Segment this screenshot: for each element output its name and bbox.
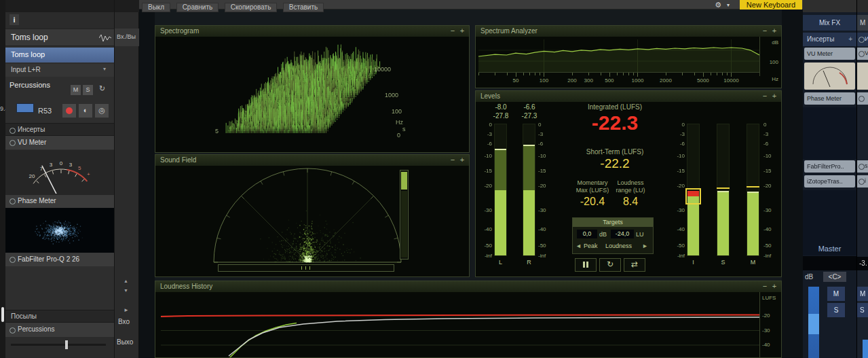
send-level-track[interactable] <box>11 344 106 346</box>
monitor-button[interactable]: ◐ <box>79 104 92 118</box>
mute-button[interactable]: M <box>71 85 81 95</box>
track-color-swatch[interactable] <box>16 103 34 113</box>
cycle-icon[interactable]: ↻ <box>99 84 105 93</box>
pan-control[interactable]: <C> <box>823 272 846 282</box>
gear-icon[interactable]: ⚙ <box>715 1 721 10</box>
spectrum-panel: 5010020030050010002000500010000 dB 100 H… <box>475 25 782 88</box>
targets-next-arrow[interactable]: ► <box>642 243 648 249</box>
solo-button[interactable]: S <box>83 85 93 95</box>
record-enable-button[interactable] <box>62 104 76 118</box>
panel-minimize-button[interactable]: − <box>761 281 769 291</box>
rack-solo-button[interactable]: S <box>827 303 845 317</box>
power-icon[interactable] <box>858 164 865 170</box>
bypass-button[interactable]: Выкл <box>142 3 170 12</box>
targets-loudness-tab[interactable]: Loudness <box>605 243 632 249</box>
scroll-button[interactable]: ⇄ <box>624 258 645 272</box>
rack-slot-izotope[interactable]: iZotopeTras.. <box>804 175 855 187</box>
add-insert-icon[interactable]: + <box>848 35 852 43</box>
panel-header[interactable]: Spectrogram <box>155 26 469 37</box>
collapse-down-icon[interactable]: ▼ <box>124 288 128 293</box>
soundfield-panel: Sound Field − + <box>155 154 470 277</box>
track-title-row[interactable]: Toms loop <box>5 29 114 46</box>
freq-tick <box>633 73 634 75</box>
power-icon[interactable] <box>10 257 16 263</box>
power-icon[interactable] <box>10 140 16 146</box>
panel-add-button[interactable]: + <box>770 26 778 36</box>
power-icon[interactable] <box>10 128 16 134</box>
new-keyboard-button[interactable]: New Keyboard <box>740 0 802 10</box>
paste-button[interactable]: Вставить <box>283 3 324 12</box>
balance-bar <box>218 264 394 272</box>
vu-meter-display: 2073035+ <box>5 150 114 195</box>
toolbar-caret-icon[interactable]: ▾ <box>727 2 730 8</box>
strip-inserts-fragment[interactable]: И <box>857 33 868 46</box>
input-routing-row[interactable]: Input L+R ▾ <box>5 64 114 77</box>
insert-slot-fabfilter[interactable]: FabFilter Pro-Q 2 26 <box>5 253 114 266</box>
panel-header[interactable]: Spectrum Analyzer <box>476 26 781 37</box>
insert-slot-vu[interactable]: VU Meter <box>5 136 114 149</box>
stereo-button[interactable]: ◎ <box>95 104 109 118</box>
panel-add-button[interactable]: + <box>770 91 778 101</box>
expand-right-icon[interactable]: ► <box>124 307 129 313</box>
inserts-section-header[interactable]: Инсерты <box>5 123 114 136</box>
panel-add-button[interactable]: + <box>458 155 466 165</box>
selected-track-label: Toms loop <box>11 50 45 58</box>
freq-tick-label: 2000 <box>652 77 679 84</box>
send-level-handle[interactable] <box>65 340 68 349</box>
targets-prev-arrow[interactable]: ◄ <box>575 243 582 249</box>
master-label[interactable]: Master <box>803 243 856 255</box>
target-peak-value[interactable]: 0,0 <box>577 230 597 238</box>
power-icon[interactable] <box>858 96 865 102</box>
tab-mix-fx[interactable]: Mix FX <box>803 15 856 31</box>
panel-add-button[interactable]: + <box>770 281 778 291</box>
strip-slot-fragment[interactable]: s <box>857 160 868 173</box>
insert-slot-phase[interactable]: Phase Meter <box>5 195 114 208</box>
compare-button[interactable]: Сравнить <box>176 3 219 12</box>
panel-header[interactable]: Sound Field <box>155 155 469 166</box>
panel-header[interactable]: Levels <box>476 91 781 102</box>
power-icon[interactable] <box>10 327 16 334</box>
ruler-divider <box>759 292 760 358</box>
channel-fader-track[interactable] <box>808 287 819 358</box>
strip-slot-fragment[interactable] <box>857 92 868 105</box>
strip-slot-fragment[interactable]: i <box>857 175 868 187</box>
strip-slot-fragment[interactable]: V <box>857 48 868 60</box>
sends-section-header[interactable]: Посылы <box>5 310 114 323</box>
rack-mute-button[interactable]: M <box>827 287 845 301</box>
copy-button[interactable]: Скопировать <box>225 3 278 12</box>
power-icon[interactable] <box>858 37 865 43</box>
collapse-up-icon[interactable]: ▲ <box>124 279 128 283</box>
info-button[interactable]: i <box>10 14 19 25</box>
strip-topbar <box>857 0 868 12</box>
strip-mute-button[interactable]: М <box>857 287 868 301</box>
panel-minimize-button[interactable]: − <box>761 91 769 101</box>
rack-slot-phase-meter[interactable]: Phase Meter <box>804 92 855 105</box>
freq-tick <box>731 73 732 77</box>
targets-peak-tab[interactable]: Peak <box>584 243 598 249</box>
left-scrollbar-handle[interactable] <box>1 307 4 322</box>
power-icon[interactable] <box>858 179 865 185</box>
strip-solo-button[interactable]: S <box>857 303 868 317</box>
panel-minimize-button[interactable]: − <box>449 155 457 165</box>
left-scrollbar[interactable] <box>0 0 5 358</box>
pause-button[interactable] <box>575 258 597 272</box>
tab-master-fragment[interactable]: М <box>857 15 868 31</box>
rack-slot-fabfilter[interactable]: FabFilterPro.. <box>804 160 855 173</box>
rack-inserts-header[interactable]: Инсерты + <box>803 33 856 46</box>
reset-button[interactable]: ↻ <box>599 258 621 272</box>
power-icon[interactable] <box>10 198 16 204</box>
chevron-down-icon[interactable]: ▾ <box>103 66 106 72</box>
panel-minimize-button[interactable]: − <box>761 26 769 36</box>
strip-fader-fragment[interactable] <box>863 340 868 358</box>
panel-header[interactable]: Loudness History <box>155 281 781 292</box>
power-icon[interactable] <box>858 51 865 57</box>
target-loudness-value[interactable]: -24,0 <box>611 230 634 238</box>
channel-fader-handle[interactable] <box>808 314 819 334</box>
rack-slot-vu-meter[interactable]: VU Meter <box>804 48 855 60</box>
time-unit: s <box>402 126 406 132</box>
panel-add-button[interactable]: + <box>458 26 466 36</box>
send-slot[interactable]: Percussions <box>5 323 114 337</box>
freq-tick <box>623 73 624 75</box>
selected-track-row[interactable]: Toms loop <box>5 48 114 62</box>
panel-minimize-button[interactable]: − <box>449 26 457 36</box>
